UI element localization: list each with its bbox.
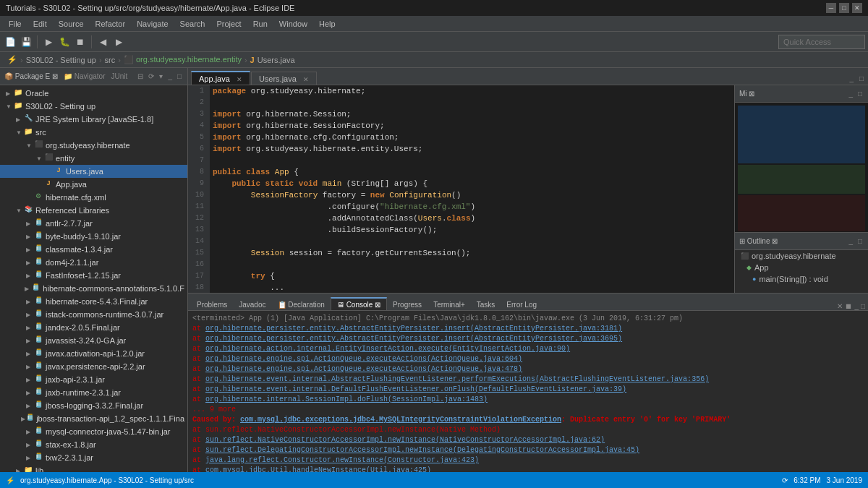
menu-run[interactable]: Run xyxy=(247,18,273,30)
outline-package[interactable]: ⬛ org.studyeasy.hibernate xyxy=(735,250,868,262)
sync-button[interactable]: ⟳ xyxy=(147,72,156,81)
tree-jar-hib-core[interactable]: ▶ 🫙 hibernate-core-5.4.3.Final.jar xyxy=(0,295,187,308)
breadcrumb-file[interactable]: Users.java xyxy=(258,56,295,64)
tree-jar-jboss-log[interactable]: ▶ 🫙 jboss-logging-3.3.2.Final.jar xyxy=(0,399,187,412)
minimap-maximize[interactable]: □ xyxy=(856,89,864,98)
tree-jar-antlr[interactable]: ▶ 🫙 antlr-2.7.7.jar xyxy=(0,217,187,230)
breadcrumb-project[interactable]: S30L02 - Setting up xyxy=(26,56,96,64)
console-maximize[interactable]: □ xyxy=(861,302,865,310)
tab-tasks[interactable]: Tasks xyxy=(471,298,501,310)
tree-jar-classmate[interactable]: ▶ 🫙 classmate-1.3.4.jar xyxy=(0,243,187,256)
tree-jre[interactable]: ▶ 🔧 JRE System Library [JavaSE-1.8] xyxy=(0,113,187,126)
back-button[interactable]: ◀ xyxy=(95,35,110,49)
clear-console-button[interactable]: ✕ xyxy=(837,302,843,310)
tree-jar-jboss-tx[interactable]: ▶ 🫙 jboss-transaction-api_1.2_spec-1.1.1… xyxy=(0,412,187,425)
editor-minimize[interactable]: _ xyxy=(848,74,855,83)
junit-tab[interactable]: JUnit xyxy=(111,72,128,80)
tree-pkg-hibernate[interactable]: ▼ ⬛ org.studyeasy.hibernate xyxy=(0,139,187,152)
tree-s30l02[interactable]: ▼ 📁 S30L02 - Setting up xyxy=(0,100,187,113)
run-button[interactable]: ▶ xyxy=(41,35,56,49)
stack-link[interactable]: org.hibernate.event.internal.DefaultFlus… xyxy=(205,385,626,393)
tab-progress[interactable]: Progress xyxy=(387,298,427,310)
stack-link[interactable]: org.hibernate.persister.entity.AbstractE… xyxy=(205,335,622,343)
outline-maximize[interactable]: □ xyxy=(856,236,864,246)
code-editor[interactable]: 1 package org.studyeasy.hibernate; 2 3 i… xyxy=(188,85,734,293)
tree-label: hibernate-commons-annotations-5.1.0.F xyxy=(43,284,184,293)
tree-users-java[interactable]: J Users.java xyxy=(0,165,187,178)
console-minimize[interactable]: _ xyxy=(854,302,859,310)
stop-button[interactable]: ⏹ xyxy=(73,35,88,49)
tree-jar-jandex[interactable]: ▶ 🫙 jandex-2.0.5.Final.jar xyxy=(0,321,187,334)
tree-pkg-entity[interactable]: ▼ ⬛ entity xyxy=(0,152,187,165)
tab-error-log[interactable]: Error Log xyxy=(501,298,542,310)
breadcrumb-package[interactable]: ⬛ org.studyeasy.hibernate.entity xyxy=(124,55,242,64)
stop-console-button[interactable]: ⏹ xyxy=(845,302,852,310)
tree-hibernate-xml[interactable]: ⚙ hibernate.cfg.xml xyxy=(0,191,187,204)
tree-jar-javax-act[interactable]: ▶ 🫙 javax.activation-api-1.2.0.jar xyxy=(0,347,187,360)
minimap-minimize[interactable]: _ xyxy=(847,89,854,98)
quick-access-input[interactable] xyxy=(778,35,865,49)
tree-jar-jaxb-api[interactable]: ▶ 🫙 jaxb-api-2.3.1.jar xyxy=(0,373,187,386)
menu-project[interactable]: Project xyxy=(210,18,247,30)
tree-jar-stax[interactable]: ▶ 🫙 stax-ex-1.8.jar xyxy=(0,438,187,451)
explorer-menu-button[interactable]: ▾ xyxy=(158,72,164,81)
minimize-button[interactable]: ─ xyxy=(826,3,836,13)
tree-jar-txw2[interactable]: ▶ 🫙 txw2-2.3.1.jar xyxy=(0,451,187,464)
outline-class-app[interactable]: ◆ App xyxy=(735,262,868,273)
close-tab-icon[interactable]: ✕ xyxy=(303,76,309,83)
tree-jar-fastinfoset[interactable]: ▶ 🫙 FastInfoset-1.2.15.jar xyxy=(0,269,187,282)
tree-jar-mysql[interactable]: ▶ 🫙 mysql-connector-java-5.1.47-bin.jar xyxy=(0,425,187,438)
navigator-tab[interactable]: 📁 Navigator xyxy=(64,72,106,80)
collapse-button[interactable]: ⊟ xyxy=(136,72,145,81)
breadcrumb-src[interactable]: src xyxy=(105,56,116,64)
new-button[interactable]: 📄 xyxy=(3,35,17,49)
minimize-panel-button[interactable]: _ xyxy=(166,72,174,81)
stack-link[interactable]: sun.reflect.DelegatingConstructorAccesso… xyxy=(205,446,639,454)
outline-method-main[interactable]: ● main(String[]) : void xyxy=(735,273,868,285)
tab-javadoc[interactable]: Javadoc xyxy=(233,298,271,310)
menu-search[interactable]: Search xyxy=(174,18,211,30)
close-tab-icon[interactable]: ✕ xyxy=(237,76,242,83)
tree-jar-jaxb-rt[interactable]: ▶ 🫙 jaxb-runtime-2.3.1.jar xyxy=(0,386,187,399)
stack-link[interactable]: org.hibernate.action.internal.EntityInse… xyxy=(205,345,570,353)
stack-link[interactable]: java.lang.reflect.Constructor.newInstanc… xyxy=(205,456,479,464)
tab-app-java[interactable]: App.java ✕ xyxy=(191,71,250,85)
editor-maximize[interactable]: □ xyxy=(858,74,865,83)
maximize-panel-button[interactable]: □ xyxy=(176,72,183,81)
stack-link[interactable]: org.hibernate.engine.spi.ActionQueue.exe… xyxy=(205,355,522,363)
tab-console[interactable]: 🖥 Console ⊠ xyxy=(331,297,387,310)
menu-navigate[interactable]: Navigate xyxy=(131,18,174,30)
stack-link[interactable]: org.hibernate.internal.SessionImpl.doFlu… xyxy=(205,395,488,403)
tree-jar-javassist[interactable]: ▶ 🫙 javassist-3.24.0-GA.jar xyxy=(0,334,187,347)
tree-jar-istack[interactable]: ▶ 🫙 istack-commons-runtime-3.0.7.jar xyxy=(0,308,187,321)
menu-refactor[interactable]: Refactor xyxy=(90,18,132,30)
tree-jar-dom4j[interactable]: ▶ 🫙 dom4j-2.1.1.jar xyxy=(0,256,187,269)
maximize-button[interactable]: □ xyxy=(839,3,849,13)
tree-jar-hib-commons[interactable]: ▶ 🫙 hibernate-commons-annotations-5.1.0.… xyxy=(0,282,187,295)
menu-help[interactable]: Help xyxy=(313,18,341,30)
tree-app-java[interactable]: J App.java xyxy=(0,178,187,191)
tree-oracle[interactable]: ▶ 📁 Oracle xyxy=(0,87,187,100)
close-button[interactable]: ✕ xyxy=(852,3,862,13)
stack-link[interactable]: sun.reflect.NativeConstructorAccessorImp… xyxy=(205,436,605,444)
menu-window[interactable]: Window xyxy=(273,18,313,30)
debug-button[interactable]: 🐛 xyxy=(57,35,72,49)
tree-jar-byte-buddy[interactable]: ▶ 🫙 byte-buddy-1.9.10.jar xyxy=(0,230,187,243)
tab-terminal[interactable]: Terminal+ xyxy=(427,298,471,310)
exception-link[interactable]: com.mysql.jdbc.exceptions.jdbc4.MySQLInt… xyxy=(240,416,561,424)
tab-declaration[interactable]: 📋 Declaration xyxy=(272,298,331,310)
menu-edit[interactable]: Edit xyxy=(27,18,53,30)
stack-link[interactable]: org.hibernate.persister.entity.AbstractE… xyxy=(205,325,622,333)
outline-minimize[interactable]: _ xyxy=(847,236,854,246)
tree-src[interactable]: ▼ 📁 src xyxy=(0,126,187,139)
stack-link[interactable]: org.hibernate.engine.spi.ActionQueue.exe… xyxy=(205,365,522,373)
tab-problems[interactable]: Problems xyxy=(191,298,233,310)
forward-button[interactable]: ▶ xyxy=(111,35,126,49)
tree-jar-javax-pers[interactable]: ▶ 🫙 javax.persistence-api-2.2.jar xyxy=(0,360,187,373)
tab-users-java[interactable]: Users.java ✕ xyxy=(251,72,317,85)
menu-file[interactable]: File xyxy=(3,18,27,30)
save-button[interactable]: 💾 xyxy=(19,35,33,49)
stack-link[interactable]: org.hibernate.event.internal.AbstractFlu… xyxy=(205,375,709,383)
tree-ref-libs[interactable]: ▼ 📚 Referenced Libraries xyxy=(0,204,187,217)
menu-source[interactable]: Source xyxy=(53,18,90,30)
